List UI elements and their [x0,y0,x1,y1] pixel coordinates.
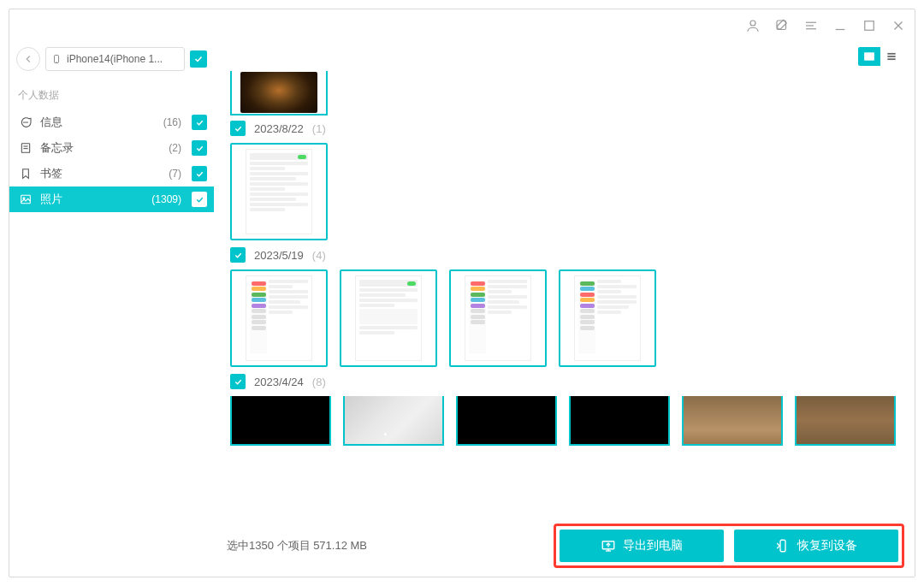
device-label: iPhone14(iPhone 1... [67,53,163,65]
sidebar-item-label: 备忘录 [40,140,162,156]
sidebar-item-count: (16) [163,116,181,128]
group-date: 2023/8/22 [254,122,304,135]
photo-thumbnail[interactable] [449,269,547,367]
photo-thumbnail[interactable] [559,269,656,367]
group-date: 2023/4/24 [254,376,304,388]
photo-thumbnail[interactable] [343,396,444,446]
group-count: (1) [312,122,326,135]
select-all-checkbox[interactable] [190,50,207,68]
photo-thumbnail[interactable] [682,396,783,446]
photo-thumbnail[interactable] [230,396,331,446]
edit-icon[interactable] [774,18,790,33]
back-button[interactable] [16,47,40,71]
group-checkbox[interactable] [230,247,246,263]
sidebar-item-notes[interactable]: 备忘录 (2) [9,135,214,161]
user-icon[interactable] [745,18,761,33]
sidebar-item-checkbox[interactable] [192,115,207,130]
restore-label: 恢复到设备 [797,538,857,553]
grid-view-button[interactable] [858,47,880,66]
sidebar-item-label: 信息 [40,115,157,130]
sidebar-item-count: (7) [169,168,181,180]
svg-rect-14 [21,144,29,153]
maximize-button[interactable] [862,18,877,33]
sidebar: iPhone14(iPhone 1... 个人数据 信息 (16) 备忘录 (2… [9,42,215,577]
sidebar-item-bookmarks[interactable]: 书签 (7) [9,161,214,186]
group-count: (8) [312,376,326,388]
svg-point-13 [27,122,28,123]
status-text: 选中1350 个项目 571.12 MB [225,538,545,553]
action-highlight-box: 导出到电脑 恢复到设备 [554,524,904,568]
group-date: 2023/5/19 [254,249,304,262]
sidebar-item-count: (2) [169,142,181,154]
svg-rect-22 [887,56,895,57]
photo-thumbnail[interactable] [230,71,328,115]
minimize-button[interactable] [832,18,848,33]
view-switch [858,47,903,66]
group-checkbox[interactable] [230,374,246,389]
photo-thumbnail[interactable] [230,143,328,240]
list-view-button[interactable] [880,47,903,66]
svg-rect-6 [865,21,874,30]
restore-to-device-button[interactable]: 恢复到设备 [734,530,898,562]
group-checkbox[interactable] [230,121,246,136]
menu-icon[interactable] [803,18,819,33]
sidebar-item-checkbox[interactable] [192,166,207,181]
svg-point-0 [750,21,755,26]
notes-icon [18,140,33,156]
svg-rect-19 [865,53,874,60]
device-selector[interactable]: iPhone14(iPhone 1... [45,47,185,71]
sidebar-item-messages[interactable]: 信息 (16) [9,110,214,135]
photo-thumbnail[interactable] [230,269,328,367]
sidebar-item-label: 照片 [40,192,145,207]
svg-point-11 [24,122,25,123]
sidebar-item-label: 书签 [40,166,162,181]
sidebar-item-checkbox[interactable] [192,192,207,207]
export-to-pc-button[interactable]: 导出到电脑 [560,530,724,562]
photo-thumbnail[interactable] [456,396,557,446]
sidebar-item-checkbox[interactable] [192,140,207,156]
close-button[interactable] [891,18,906,33]
svg-rect-21 [887,53,895,55]
group-count: (4) [312,249,326,262]
svg-rect-28 [780,540,785,552]
photo-thumbnail[interactable] [340,269,437,367]
svg-rect-23 [887,58,895,60]
export-label: 导出到电脑 [623,538,683,553]
bookmark-icon [18,166,33,181]
sidebar-section-label: 个人数据 [9,80,214,110]
photos-icon [18,192,33,207]
sidebar-item-count: (1309) [151,193,181,205]
svg-point-12 [26,122,27,123]
sidebar-item-photos[interactable]: 照片 (1309) [9,186,214,212]
message-icon [18,115,33,130]
photo-thumbnail[interactable] [569,396,670,446]
photo-thumbnail[interactable] [795,396,896,446]
